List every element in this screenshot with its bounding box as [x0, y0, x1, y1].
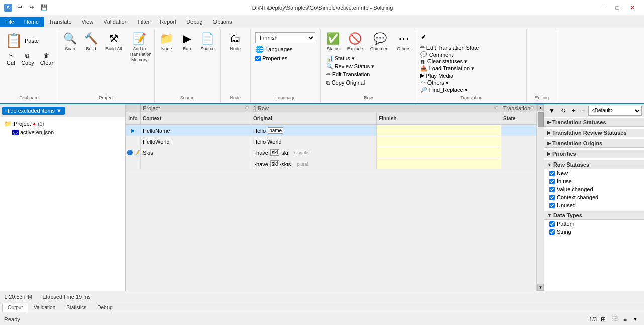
filter-profile-select[interactable]: <Default>	[588, 106, 642, 116]
new-checkbox[interactable]	[549, 171, 555, 176]
window-controls[interactable]: ─ □ ✕	[595, 3, 640, 13]
table-row[interactable]: HelloWorld Hello·World	[126, 136, 536, 147]
menu-filter[interactable]: Filter	[133, 17, 155, 27]
properties-checkbox[interactable]	[255, 56, 261, 61]
remove-filter-button[interactable]: −	[579, 106, 587, 115]
valuechanged-checkbox[interactable]	[549, 187, 555, 192]
close-button[interactable]: ✕	[625, 3, 640, 13]
to-header[interactable]: ▶ Translation Origins	[544, 139, 644, 148]
sl-translation-expand[interactable]: ⊞	[530, 106, 534, 110]
others-button[interactable]: ⋯ Others	[394, 30, 414, 54]
filter-item-pattern[interactable]: Pattern	[544, 220, 644, 228]
filter-item-valuechanged[interactable]: Value changed	[544, 185, 644, 193]
cell-finnish-4[interactable]	[377, 158, 501, 169]
menu-validation[interactable]: Validation	[98, 17, 133, 27]
filter-item-unused[interactable]: Unused	[544, 201, 644, 209]
sl-project-expand[interactable]: ⊞	[245, 106, 249, 110]
unused-checkbox[interactable]	[549, 203, 555, 208]
menu-debug[interactable]: Debug	[181, 17, 207, 27]
cut-button[interactable]: ✂ Cut	[4, 51, 18, 67]
tab-output[interactable]: Output	[2, 303, 28, 312]
redo-button[interactable]: ↪	[27, 3, 36, 12]
col-header-finnish[interactable]: Finnish	[377, 112, 501, 124]
menu-view[interactable]: View	[77, 17, 99, 27]
edit-translation-state-button[interactable]: ✔	[418, 31, 430, 42]
review-status-dropdown[interactable]: 🔍 Review Status ▾	[325, 63, 412, 70]
tab-statistics[interactable]: Statistics	[61, 303, 92, 312]
project-button[interactable]: 📁 Node	[157, 30, 176, 54]
clear-statuses-button[interactable]: 🗑 Clear statuses ▾	[420, 58, 522, 65]
view-options-button[interactable]: ▼	[631, 315, 640, 323]
node-button[interactable]: 🗂 Node	[226, 30, 244, 54]
pri-header[interactable]: ▶ Priorities	[544, 150, 644, 158]
ts-header[interactable]: ▶ Translation Statuses	[544, 118, 644, 127]
minimize-button[interactable]: ─	[595, 3, 610, 13]
cell-finnish-1[interactable]	[377, 125, 501, 136]
tab-debug[interactable]: Debug	[92, 303, 118, 312]
clear-button[interactable]: 🗑 Clear	[38, 51, 56, 67]
add-tm-button[interactable]: 📝 Add to Translation Memory	[126, 30, 152, 64]
grid-view-button[interactable]: ⊞	[599, 315, 608, 324]
scan-button[interactable]: 🔍 Scan	[60, 30, 80, 54]
filter-item-new[interactable]: New	[544, 169, 644, 177]
maximize-button[interactable]: □	[610, 3, 625, 13]
menu-report[interactable]: Report	[155, 17, 181, 27]
col-header-context[interactable]: Context	[141, 112, 251, 124]
status-button[interactable]: ✅ Status	[323, 30, 343, 54]
filter-item-contextchanged[interactable]: Context changed	[544, 193, 644, 201]
scroll-down-button[interactable]: ▼	[537, 284, 544, 291]
inuse-checkbox[interactable]	[549, 179, 555, 184]
language-select[interactable]: Finnish	[255, 32, 315, 43]
status-dropdown[interactable]: 📊 Status ▾	[325, 55, 412, 62]
filter-item-inuse[interactable]: In use	[544, 177, 644, 185]
undo-button[interactable]: ↩	[15, 3, 25, 12]
filter-item-string[interactable]: String	[544, 228, 644, 236]
rs-header[interactable]: ▼ Row Statuses	[544, 160, 644, 169]
add-filter-button[interactable]: +	[569, 106, 578, 115]
string-checkbox[interactable]	[549, 229, 555, 235]
detail-view-button[interactable]: ≡	[621, 315, 629, 324]
scroll-up-button[interactable]: ▲	[537, 104, 544, 111]
refresh-filter-button[interactable]: ↻	[558, 106, 568, 115]
edit-translation-state-row[interactable]: ✏ Edit Translation State	[420, 44, 522, 51]
build-button[interactable]: 🔨 Build	[81, 30, 101, 54]
load-translation-button[interactable]: 📥 Load Translation ▾	[420, 65, 522, 72]
cell-finnish-3[interactable]	[377, 147, 501, 158]
col-header-original[interactable]: Original	[251, 112, 377, 124]
file-tree-item[interactable]: go active.en.json	[10, 128, 123, 136]
menu-options[interactable]: Options	[208, 17, 237, 27]
properties-checkbox-row[interactable]: Properties	[255, 55, 287, 61]
scroll-thumb[interactable]	[538, 112, 544, 127]
run-button[interactable]: ▶ Run	[178, 30, 196, 54]
comment-button[interactable]: 💬 Comment	[367, 30, 393, 54]
menu-file[interactable]: File	[0, 17, 19, 27]
save-button[interactable]: 💾	[38, 3, 50, 12]
project-tree-item[interactable]: 📁 Project ● (1)	[2, 119, 123, 128]
play-media-button[interactable]: ▶ Play Media	[420, 72, 522, 79]
table-row[interactable]: I·have·ski·skis. plural	[126, 158, 536, 170]
contextchanged-checkbox[interactable]	[549, 195, 555, 200]
trs-header[interactable]: ▶ Translation Review Statuses	[544, 129, 644, 137]
col-header-state[interactable]: State	[501, 112, 536, 124]
copy-button[interactable]: ⧉ Copy	[19, 51, 37, 67]
menu-home[interactable]: Home	[19, 17, 44, 27]
hide-excluded-button[interactable]: Hide excluded items ▼	[2, 107, 65, 115]
copy-original-button[interactable]: ⧉ Copy Original	[325, 79, 412, 87]
translation-others-button[interactable]: ⋯ Others ▾	[420, 79, 522, 86]
find-replace-button[interactable]: 🔎 Find_Replace ▾	[420, 87, 522, 93]
title-bar-controls[interactable]: ↩ ↪ 💾	[15, 3, 50, 12]
sl-row-expand[interactable]: ⊞	[495, 106, 499, 110]
build-all-button[interactable]: ⚒ Build All	[102, 30, 125, 54]
filter-toggle-button[interactable]: ▼	[546, 106, 557, 115]
table-row[interactable]: ▶ HelloName Hello·name	[126, 125, 536, 136]
menu-translate[interactable]: Translate	[44, 17, 76, 27]
languages-checkbox-row[interactable]: 🌐 Languages	[255, 45, 292, 53]
cell-finnish-2[interactable]	[377, 136, 501, 147]
tab-validation[interactable]: Validation	[28, 303, 61, 312]
paste-button[interactable]: 📋 Paste	[2, 30, 42, 51]
vertical-scrollbar[interactable]: ▲ ▼	[536, 104, 544, 291]
source-button[interactable]: 📄 Source	[197, 30, 218, 54]
dt-header[interactable]: ▼ Data Types	[544, 211, 644, 220]
exclude-button[interactable]: 🚫 Exclude	[344, 30, 366, 54]
table-row[interactable]: 🔵 📝 Skis I·have·ski·ski. singular	[126, 147, 536, 158]
